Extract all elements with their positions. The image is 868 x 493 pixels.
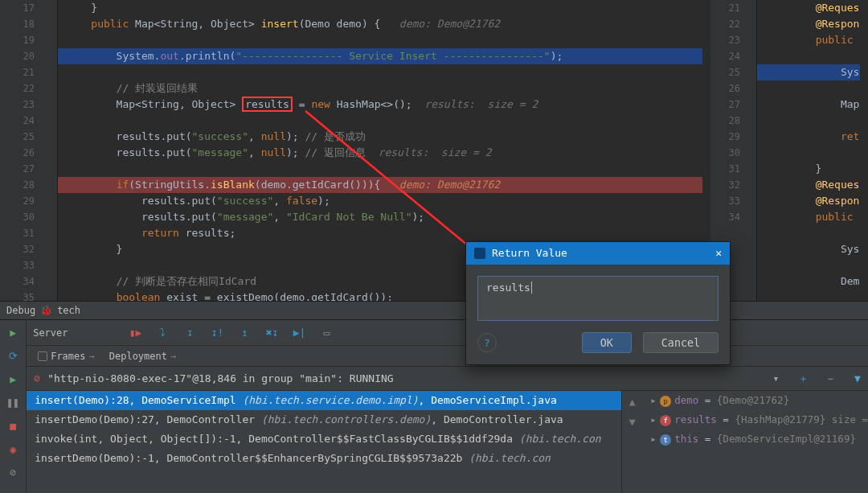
frames-list[interactable]: insert(Demo):28, DemoServiceImpl (hbi.te… bbox=[27, 391, 621, 493]
filter-icon[interactable]: ▼ bbox=[847, 372, 868, 384]
frames-tab[interactable]: Frames→ bbox=[31, 349, 101, 364]
expression-field[interactable]: results​ bbox=[477, 276, 719, 321]
dialog-title: Return Value bbox=[492, 242, 567, 265]
drop-frame-icon[interactable]: ✖↧ bbox=[266, 327, 279, 339]
cancel-button[interactable]: Cancel bbox=[643, 332, 719, 353]
mute-bp-icon[interactable]: ⊘ bbox=[10, 466, 16, 479]
frame-down-icon[interactable]: ▼ bbox=[629, 416, 636, 428]
dialog-app-icon bbox=[474, 248, 485, 259]
deployment-tab[interactable]: Deployment→ bbox=[103, 349, 182, 364]
debug-side-toolbar: ▶ ⟳ ▶ ❚❚ ■ ◉ ⊘ bbox=[0, 320, 27, 493]
frames-chip-icon bbox=[38, 351, 47, 361]
help-icon[interactable]: ? bbox=[477, 333, 497, 352]
evaluate-icon[interactable]: ▭ bbox=[321, 327, 334, 339]
show-exec-point-icon[interactable]: ▮▶ bbox=[129, 327, 142, 339]
return-value-dialog: Return Value ✕ results​ ? OK Cancel bbox=[465, 241, 731, 365]
stack-frame[interactable]: insertDemo(Demo):-1, DemoController$$Enh… bbox=[27, 449, 621, 468]
gutter-left[interactable]: 1718◆1920212223242526272829303132333435 bbox=[0, 0, 58, 301]
rerun-icon[interactable]: ▶ bbox=[10, 327, 16, 339]
dialog-titlebar[interactable]: Return Value ✕ bbox=[466, 242, 730, 265]
stack-frame[interactable]: invoke(int, Object, Object[]):-1, DemoCo… bbox=[27, 429, 621, 449]
debug-tabbar[interactable]: Debug 🐞 tech bbox=[0, 302, 868, 319]
step-toolbar: Server ▮▶ ⤵ ↧ ↧! ↥ ✖↧ ▶| ▭ bbox=[27, 320, 868, 346]
variables-list[interactable]: ▸pdemo = {Demo@21762}▸fresults = {HashMa… bbox=[642, 391, 868, 493]
editor-right[interactable]: 2122232425262728293031323334 @RequestM @… bbox=[710, 0, 868, 301]
step-out-icon[interactable]: ↥ bbox=[239, 327, 252, 339]
refresh-icon[interactable]: ⟳ bbox=[9, 350, 18, 362]
debug-main: Server ▮▶ ⤵ ↧ ↧! ↥ ✖↧ ▶| ▭ Frames→ Deplo… bbox=[27, 320, 868, 493]
thread-name[interactable]: "http-nio-8080-exec-17"@18,846 in group … bbox=[47, 372, 765, 384]
server-tab[interactable]: Server bbox=[33, 327, 68, 339]
thread-dropdown-icon[interactable]: ▾ bbox=[766, 372, 787, 384]
force-step-into-icon[interactable]: ↧! bbox=[211, 327, 224, 339]
resume-icon[interactable]: ▶ bbox=[10, 373, 16, 385]
variable-row[interactable]: ▸pdemo = {Demo@21762} bbox=[642, 391, 868, 410]
debug-subtabs: Frames→ Deployment→ bbox=[27, 346, 868, 367]
bug-icon: 🐞 bbox=[40, 305, 52, 316]
debug-tab-label: Debug bbox=[6, 305, 35, 316]
code-right[interactable]: @RequestM @Response public Ma Syste Map<… bbox=[757, 0, 860, 301]
run-config-name[interactable]: tech bbox=[57, 305, 80, 316]
stack-frame[interactable]: insert(Demo):28, DemoServiceImpl (hbi.te… bbox=[27, 391, 621, 410]
thread-suspended-icon: ⊘ bbox=[27, 372, 47, 384]
frames-updown: ▲ ▼ bbox=[621, 391, 642, 493]
debug-toolwindow: Debug 🐞 tech ▶ ⟳ ▶ ❚❚ ■ ◉ ⊘ Server ▮▶ ⤵ … bbox=[0, 302, 868, 493]
pause-icon[interactable]: ❚❚ bbox=[6, 396, 19, 409]
frame-up-icon[interactable]: ▲ bbox=[629, 396, 636, 408]
new-watch-icon[interactable]: ＋ bbox=[792, 372, 813, 386]
step-over-icon[interactable]: ⤵ bbox=[157, 327, 170, 339]
editor-split: 1718◆1920212223242526272829303132333435 … bbox=[0, 0, 868, 302]
variable-row[interactable]: ▸fresults = {HashMap@21779} size = bbox=[642, 410, 868, 429]
breakpoints-icon[interactable]: ◉ bbox=[10, 443, 16, 455]
variable-row[interactable]: ▸tthis = {DemoServiceImpl@21169} bbox=[642, 429, 868, 449]
stop-icon[interactable]: ■ bbox=[10, 420, 16, 432]
run-to-cursor-icon[interactable]: ▶| bbox=[293, 327, 306, 339]
thread-selector-row: ⊘ "http-nio-8080-exec-17"@18,846 in grou… bbox=[27, 367, 868, 391]
remove-watch-icon[interactable]: － bbox=[820, 372, 841, 386]
ok-button[interactable]: OK bbox=[582, 332, 632, 353]
step-into-icon[interactable]: ↧ bbox=[184, 327, 197, 339]
close-icon[interactable]: ✕ bbox=[715, 242, 722, 265]
thread-pickers: ▾ ＋ － ▼ bbox=[766, 372, 868, 386]
stack-frame[interactable]: insertDemo(Demo):27, DemoController (hbi… bbox=[27, 410, 621, 429]
